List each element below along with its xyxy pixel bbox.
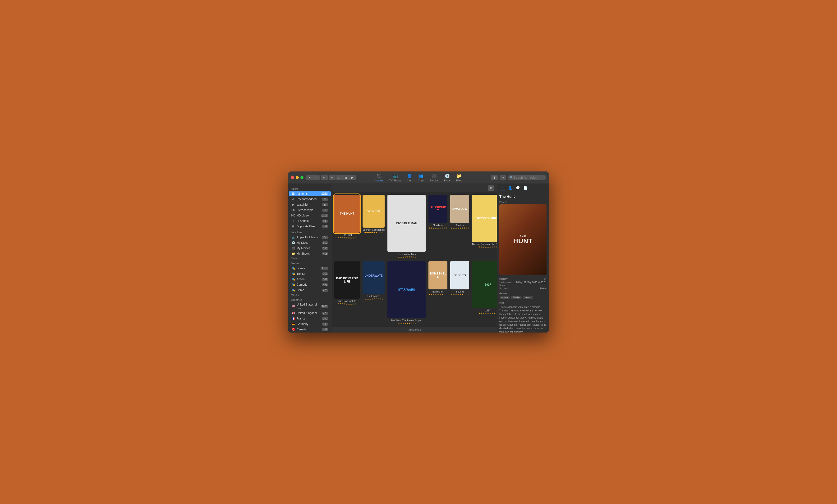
movie-stars-hunt: ★★★★★★★☆☆☆ [334, 237, 360, 239]
poster-underwater: UNDERWATER [362, 261, 385, 294]
nav-tab-studios[interactable]: 🎥Studios [430, 173, 439, 182]
sidebar-item-all-items[interactable]: ☰All Items2229 [289, 191, 331, 197]
sidebar-item-country-germany[interactable]: 🇩🇪Germany162 [289, 321, 331, 326]
movie-card-bloodshot[interactable]: BLOODSHOT Bloodshot ★★★★★★☆☆☆☆ [428, 195, 447, 258]
sidebar-item-genre-thriller[interactable]: 🎭Thriller762 [289, 271, 331, 276]
search-wrapper: 🔍 [508, 175, 546, 180]
nav-tab-discs[interactable]: 💿Discs [444, 173, 450, 182]
poster-text-starwars: STAR WARS [388, 261, 426, 318]
poster-swallow: SWALLOW [450, 195, 469, 223]
sidebar-item-hd-audio[interactable]: ♬HD Audio898 [289, 218, 331, 224]
nav-tab-cast[interactable]: 👤Cast [407, 173, 412, 182]
history-settings-icon[interactable]: ⚙ [544, 278, 547, 281]
sidebar-item-my-movies[interactable]: 🎬My Movies353 [289, 246, 331, 251]
sidebar-item-country-usa[interactable]: 🇺🇸United States of A...1696 [289, 302, 331, 310]
poster-text-bloodshot: BLOODSHOT [428, 195, 447, 223]
movie-stars-seberg: ★★★★★★★☆☆☆ [450, 293, 469, 296]
sidebar-item-genre-comedy[interactable]: 🎭Comedy492 [289, 282, 331, 287]
movie-card-hunt[interactable]: THE HUNT The Hunt ★★★★★★★☆☆☆ [334, 195, 360, 258]
movie-card-1917[interactable]: 1917 1917 ★★★★★★★★★☆ [472, 261, 497, 324]
sidebar-count-hd-video: 2216 [321, 214, 328, 217]
detail-panel: ≡👤💬📄 The Hunt Poster THE HUNT History ⚙ … [497, 184, 549, 333]
sidebar-item-genre-action[interactable]: 🎭Action702 [289, 277, 331, 282]
movie-card-seberg[interactable]: SEBERG Seberg ★★★★★★★☆☆☆ [450, 261, 469, 324]
sidebar-icon-genre-thriller: 🎭 [291, 272, 295, 276]
sidebar-item-hd-video[interactable]: HDHD Video2216 [289, 213, 331, 218]
sidebar-count-stereoscopic: 65 [322, 209, 328, 212]
main-content: Filters ☰All Items2229⊕Recently Added97▶… [288, 184, 549, 333]
sidebar-icon-genre-action: 🎭 [291, 277, 295, 281]
sidebar-label-recently-added: Recently Added [297, 198, 322, 201]
sidebar-count-hd-audio: 898 [322, 220, 328, 223]
detail-tab-info[interactable]: ≡ [499, 185, 505, 190]
search-input[interactable] [508, 175, 546, 180]
sidebar-item-country-canada[interactable]: 🇨🇦Canada142 [289, 327, 331, 332]
poster-section-label: Poster [499, 201, 547, 203]
nav-tab-crew[interactable]: 👥Crew [418, 173, 424, 182]
remove-button[interactable]: − [313, 175, 320, 180]
movie-card-swallow[interactable]: SWALLOW Swallow ★★★★★★★★☆☆ [450, 195, 469, 258]
sidebar-label-duplicate-files: Duplicate Files [297, 225, 322, 228]
sidebar-item-country-france[interactable]: 🇫🇷France250 [289, 316, 331, 321]
sidebar-icon-my-movies: 🎬 [291, 246, 295, 250]
nav-tab-tvshows[interactable]: 📺TV Shows [389, 173, 401, 182]
nav-tab-files[interactable]: 📁Files [456, 173, 462, 182]
settings-button[interactable]: ⚙ [329, 175, 336, 180]
genres-more[interactable]: More » [288, 293, 332, 297]
nav-tab-label-movies: Movies [375, 179, 384, 182]
movie-card-bombshell[interactable]: BOMBSHELL Bombshell ★★★★★★★★☆☆ [428, 261, 447, 324]
poster-text-bombshell: BOMBSHELL [428, 261, 447, 290]
countries-more[interactable]: More » [288, 332, 332, 333]
grid-settings-button[interactable]: ⚙ [488, 185, 494, 191]
movie-card-spenser[interactable]: SPENSER Spenser Confidential ★★★★★★★☆☆☆ [362, 195, 385, 258]
locations-more[interactable]: More » [288, 257, 332, 260]
movie-card-invisible[interactable]: INVISIBLE MAN The Invisible Man ★★★★★★★★… [388, 195, 426, 258]
nav-tab-label-studios: Studios [430, 179, 439, 182]
movie-card-birds[interactable]: BIRDS OF PREY Birds of Prey (and the Fan… [472, 195, 497, 258]
add-button[interactable]: + [306, 175, 313, 180]
view-button[interactable]: ⊞ [342, 175, 349, 180]
sidebar-item-my-shows[interactable]: 📁My Shows418 [289, 251, 331, 256]
sidebar-item-my-discs[interactable]: 💿My Discs510 [289, 240, 331, 245]
sidebar-count-country-france: 250 [322, 317, 328, 320]
nav-tab-movies[interactable]: 🎬Movies [375, 173, 384, 182]
movie-card-underwater[interactable]: UNDERWATER Underwater ★★★★★★☆☆☆☆ [362, 261, 385, 324]
minimize-button[interactable] [296, 176, 299, 179]
sidebar-item-apple-tv[interactable]: 📺Apple TV Library84 [289, 235, 331, 240]
sidebar-icon-my-shows: 📁 [291, 252, 295, 256]
settings-info-group: ⚙ ℹ ⊞ ▶ [329, 175, 356, 180]
sidebar-item-recently-added[interactable]: ⊕Recently Added97 [289, 197, 331, 202]
info-button[interactable]: ℹ [336, 175, 342, 180]
poster-birds: BIRDS OF PREY [472, 195, 497, 242]
sidebar-label-genre-comedy: Comedy [297, 283, 322, 286]
detail-tab-people[interactable]: 👤 [507, 185, 513, 190]
sidebar-label-stereoscopic: Stereoscopic [297, 208, 322, 212]
maximize-button[interactable] [300, 176, 303, 179]
movie-card-starwars[interactable]: STAR WARS Star Wars: The Rise of Skyw...… [388, 261, 426, 324]
play-button[interactable]: ▶ [349, 175, 356, 180]
sidebar-item-country-uk[interactable]: 🇬🇧United Kingdom478 [289, 311, 331, 316]
nav-tab-icon-studios: 🎥 [431, 173, 437, 179]
sidebar-icon-genre-comedy: 🎭 [291, 283, 295, 286]
detail-tab-file[interactable]: 📄 [522, 185, 528, 190]
sidebar-item-watchlist[interactable]: ▶Watchlist33 [289, 202, 331, 207]
detail-toolbar: ≡👤💬📄 [497, 184, 549, 192]
sidebar-item-stereoscopic[interactable]: 3DStereoscopic65 [289, 207, 331, 213]
refresh-button[interactable]: ↺ [321, 175, 328, 180]
poster-hunt: THE HUNT [334, 195, 360, 233]
close-button[interactable] [291, 176, 294, 179]
sidebar-count-my-discs: 510 [322, 241, 328, 244]
movie-card-badboys[interactable]: BAD BOYS FOR LIFE Bad Boys for Life ★★★★… [334, 261, 360, 324]
share-button[interactable]: ⬆ [491, 175, 498, 180]
sidebar-item-genre-drama[interactable]: 🎭Drama1114 [289, 266, 331, 271]
toolbar-left: + − ↺ ⚙ ℹ ⊞ ▶ [306, 175, 356, 180]
poster-text-badboys: BAD BOYS FOR LIFE [334, 261, 360, 299]
movie-stars-swallow: ★★★★★★★★☆☆ [450, 227, 469, 229]
sidebar-item-genre-crime[interactable]: 🎭Crime423 [289, 287, 331, 293]
sidebar-icon-country-germany: 🇩🇪 [291, 322, 295, 326]
filter-button[interactable]: ⧩ [500, 175, 506, 180]
movie-title-spenser: Spenser Confidential [362, 228, 385, 231]
detail-tab-chat[interactable]: 💬 [515, 185, 521, 190]
sidebar-item-duplicate-files[interactable]: ⊟Duplicate Files197 [289, 224, 331, 229]
poster-1917: 1917 [472, 261, 497, 309]
